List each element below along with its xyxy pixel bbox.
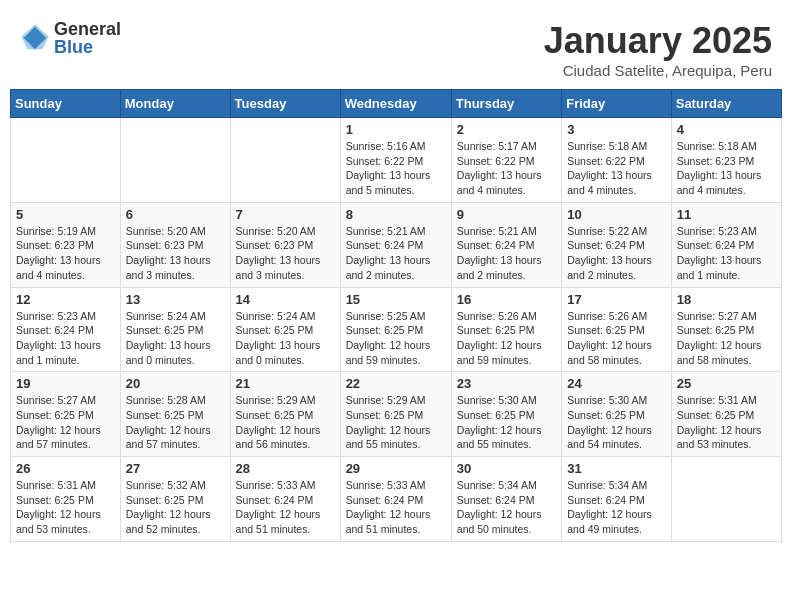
calendar-cell: 30Sunrise: 5:34 AM Sunset: 6:24 PM Dayli…	[451, 457, 561, 542]
day-info: Sunrise: 5:20 AM Sunset: 6:23 PM Dayligh…	[126, 224, 225, 283]
day-info: Sunrise: 5:24 AM Sunset: 6:25 PM Dayligh…	[126, 309, 225, 368]
week-row-2: 5Sunrise: 5:19 AM Sunset: 6:23 PM Daylig…	[11, 202, 782, 287]
day-info: Sunrise: 5:30 AM Sunset: 6:25 PM Dayligh…	[457, 393, 556, 452]
location-text: Ciudad Satelite, Arequipa, Peru	[544, 62, 772, 79]
day-number: 10	[567, 207, 666, 222]
day-number: 24	[567, 376, 666, 391]
week-row-3: 12Sunrise: 5:23 AM Sunset: 6:24 PM Dayli…	[11, 287, 782, 372]
day-number: 14	[236, 292, 335, 307]
day-number: 11	[677, 207, 776, 222]
logo-icon	[20, 23, 50, 53]
day-number: 25	[677, 376, 776, 391]
day-info: Sunrise: 5:18 AM Sunset: 6:22 PM Dayligh…	[567, 139, 666, 198]
day-number: 6	[126, 207, 225, 222]
calendar-cell	[230, 118, 340, 203]
calendar-cell: 20Sunrise: 5:28 AM Sunset: 6:25 PM Dayli…	[120, 372, 230, 457]
calendar-cell: 26Sunrise: 5:31 AM Sunset: 6:25 PM Dayli…	[11, 457, 121, 542]
weekday-header-wednesday: Wednesday	[340, 90, 451, 118]
day-info: Sunrise: 5:27 AM Sunset: 6:25 PM Dayligh…	[677, 309, 776, 368]
day-number: 5	[16, 207, 115, 222]
day-info: Sunrise: 5:29 AM Sunset: 6:25 PM Dayligh…	[236, 393, 335, 452]
calendar-cell: 6Sunrise: 5:20 AM Sunset: 6:23 PM Daylig…	[120, 202, 230, 287]
calendar-cell: 2Sunrise: 5:17 AM Sunset: 6:22 PM Daylig…	[451, 118, 561, 203]
day-number: 30	[457, 461, 556, 476]
day-number: 4	[677, 122, 776, 137]
week-row-4: 19Sunrise: 5:27 AM Sunset: 6:25 PM Dayli…	[11, 372, 782, 457]
calendar-cell: 16Sunrise: 5:26 AM Sunset: 6:25 PM Dayli…	[451, 287, 561, 372]
day-info: Sunrise: 5:20 AM Sunset: 6:23 PM Dayligh…	[236, 224, 335, 283]
day-info: Sunrise: 5:19 AM Sunset: 6:23 PM Dayligh…	[16, 224, 115, 283]
calendar-cell: 31Sunrise: 5:34 AM Sunset: 6:24 PM Dayli…	[562, 457, 672, 542]
calendar-cell: 13Sunrise: 5:24 AM Sunset: 6:25 PM Dayli…	[120, 287, 230, 372]
calendar-cell	[11, 118, 121, 203]
day-info: Sunrise: 5:31 AM Sunset: 6:25 PM Dayligh…	[677, 393, 776, 452]
calendar-cell: 9Sunrise: 5:21 AM Sunset: 6:24 PM Daylig…	[451, 202, 561, 287]
calendar-cell: 25Sunrise: 5:31 AM Sunset: 6:25 PM Dayli…	[671, 372, 781, 457]
day-number: 31	[567, 461, 666, 476]
calendar-cell: 8Sunrise: 5:21 AM Sunset: 6:24 PM Daylig…	[340, 202, 451, 287]
svg-marker-1	[22, 25, 49, 50]
day-info: Sunrise: 5:32 AM Sunset: 6:25 PM Dayligh…	[126, 478, 225, 537]
day-number: 12	[16, 292, 115, 307]
day-number: 23	[457, 376, 556, 391]
day-info: Sunrise: 5:22 AM Sunset: 6:24 PM Dayligh…	[567, 224, 666, 283]
day-info: Sunrise: 5:30 AM Sunset: 6:25 PM Dayligh…	[567, 393, 666, 452]
day-number: 7	[236, 207, 335, 222]
calendar-cell: 7Sunrise: 5:20 AM Sunset: 6:23 PM Daylig…	[230, 202, 340, 287]
day-info: Sunrise: 5:26 AM Sunset: 6:25 PM Dayligh…	[457, 309, 556, 368]
page-header: General Blue January 2025 Ciudad Satelit…	[10, 10, 782, 84]
logo: General Blue	[20, 20, 121, 56]
calendar-cell: 27Sunrise: 5:32 AM Sunset: 6:25 PM Dayli…	[120, 457, 230, 542]
calendar-cell: 5Sunrise: 5:19 AM Sunset: 6:23 PM Daylig…	[11, 202, 121, 287]
week-row-1: 1Sunrise: 5:16 AM Sunset: 6:22 PM Daylig…	[11, 118, 782, 203]
day-number: 1	[346, 122, 446, 137]
calendar-cell: 14Sunrise: 5:24 AM Sunset: 6:25 PM Dayli…	[230, 287, 340, 372]
calendar-cell: 24Sunrise: 5:30 AM Sunset: 6:25 PM Dayli…	[562, 372, 672, 457]
weekday-header-saturday: Saturday	[671, 90, 781, 118]
day-number: 17	[567, 292, 666, 307]
calendar-cell: 3Sunrise: 5:18 AM Sunset: 6:22 PM Daylig…	[562, 118, 672, 203]
day-number: 15	[346, 292, 446, 307]
day-info: Sunrise: 5:25 AM Sunset: 6:25 PM Dayligh…	[346, 309, 446, 368]
day-info: Sunrise: 5:33 AM Sunset: 6:24 PM Dayligh…	[236, 478, 335, 537]
day-number: 21	[236, 376, 335, 391]
calendar-cell: 28Sunrise: 5:33 AM Sunset: 6:24 PM Dayli…	[230, 457, 340, 542]
calendar-cell: 18Sunrise: 5:27 AM Sunset: 6:25 PM Dayli…	[671, 287, 781, 372]
day-number: 20	[126, 376, 225, 391]
day-number: 18	[677, 292, 776, 307]
weekday-header-thursday: Thursday	[451, 90, 561, 118]
calendar-cell: 29Sunrise: 5:33 AM Sunset: 6:24 PM Dayli…	[340, 457, 451, 542]
month-title: January 2025	[544, 20, 772, 62]
day-number: 13	[126, 292, 225, 307]
day-info: Sunrise: 5:16 AM Sunset: 6:22 PM Dayligh…	[346, 139, 446, 198]
day-info: Sunrise: 5:33 AM Sunset: 6:24 PM Dayligh…	[346, 478, 446, 537]
calendar-cell: 4Sunrise: 5:18 AM Sunset: 6:23 PM Daylig…	[671, 118, 781, 203]
calendar-table: SundayMondayTuesdayWednesdayThursdayFrid…	[10, 89, 782, 542]
day-number: 9	[457, 207, 556, 222]
weekday-header-tuesday: Tuesday	[230, 90, 340, 118]
calendar-cell: 22Sunrise: 5:29 AM Sunset: 6:25 PM Dayli…	[340, 372, 451, 457]
logo-general-text: General	[54, 20, 121, 38]
day-info: Sunrise: 5:23 AM Sunset: 6:24 PM Dayligh…	[16, 309, 115, 368]
day-info: Sunrise: 5:28 AM Sunset: 6:25 PM Dayligh…	[126, 393, 225, 452]
day-number: 27	[126, 461, 225, 476]
calendar-cell: 17Sunrise: 5:26 AM Sunset: 6:25 PM Dayli…	[562, 287, 672, 372]
day-number: 19	[16, 376, 115, 391]
calendar-cell: 1Sunrise: 5:16 AM Sunset: 6:22 PM Daylig…	[340, 118, 451, 203]
day-info: Sunrise: 5:18 AM Sunset: 6:23 PM Dayligh…	[677, 139, 776, 198]
calendar-cell: 23Sunrise: 5:30 AM Sunset: 6:25 PM Dayli…	[451, 372, 561, 457]
title-block: January 2025 Ciudad Satelite, Arequipa, …	[544, 20, 772, 79]
day-info: Sunrise: 5:31 AM Sunset: 6:25 PM Dayligh…	[16, 478, 115, 537]
day-info: Sunrise: 5:34 AM Sunset: 6:24 PM Dayligh…	[567, 478, 666, 537]
day-info: Sunrise: 5:23 AM Sunset: 6:24 PM Dayligh…	[677, 224, 776, 283]
day-number: 16	[457, 292, 556, 307]
day-info: Sunrise: 5:29 AM Sunset: 6:25 PM Dayligh…	[346, 393, 446, 452]
calendar-cell: 15Sunrise: 5:25 AM Sunset: 6:25 PM Dayli…	[340, 287, 451, 372]
day-info: Sunrise: 5:34 AM Sunset: 6:24 PM Dayligh…	[457, 478, 556, 537]
calendar-cell: 12Sunrise: 5:23 AM Sunset: 6:24 PM Dayli…	[11, 287, 121, 372]
weekday-header-row: SundayMondayTuesdayWednesdayThursdayFrid…	[11, 90, 782, 118]
day-number: 2	[457, 122, 556, 137]
weekday-header-monday: Monday	[120, 90, 230, 118]
day-number: 8	[346, 207, 446, 222]
calendar-cell: 19Sunrise: 5:27 AM Sunset: 6:25 PM Dayli…	[11, 372, 121, 457]
